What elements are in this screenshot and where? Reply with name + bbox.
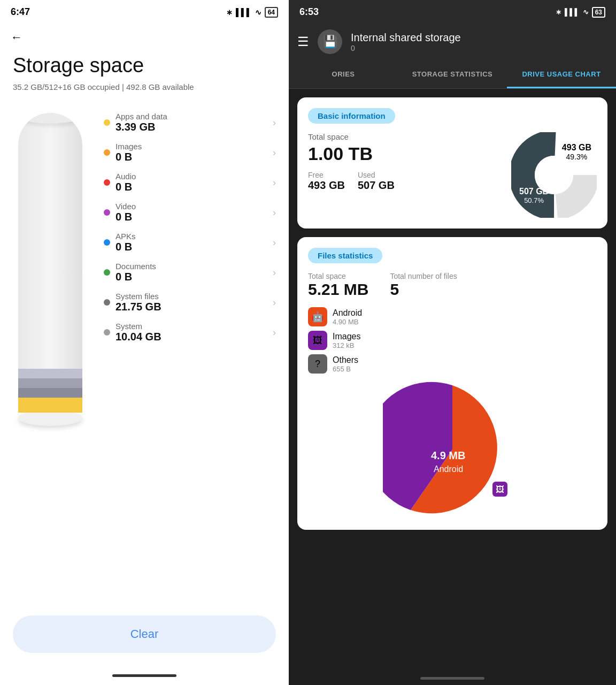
time-left: 6:47: [11, 6, 30, 18]
others-legend-text: Others 655 B: [333, 355, 358, 373]
header-title: Internal shared storage: [351, 32, 607, 44]
svg-text:🖼: 🖼: [496, 485, 504, 494]
back-button[interactable]: ←: [0, 22, 289, 49]
cylinder-top: [18, 113, 82, 124]
files-legend: 🤖 Android 4.90 MB 🖼 Images 312 kB: [308, 307, 597, 374]
item-content: Documents 0 B: [116, 262, 267, 283]
cylinder-body: [18, 113, 82, 413]
storage-dot: [104, 119, 110, 126]
cards-container: Basic information Total space 1.00 TB Fr…: [289, 89, 616, 672]
others-icon: ?: [308, 354, 327, 374]
free-item: Free 493 GB: [308, 171, 345, 192]
wifi-icon-right: ∿: [583, 8, 589, 16]
used-value: 507 GB: [358, 179, 395, 191]
item-label: Apps and data: [116, 112, 267, 121]
item-value: 10.04 GB: [116, 331, 267, 343]
item-content: System files 21.75 GB: [116, 292, 267, 313]
signal-icon: ▌▌▌: [236, 8, 252, 17]
header-title-section: Internal shared storage 0: [351, 32, 607, 52]
legend-others: ? Others 655 B: [308, 354, 597, 374]
files-count-label: Total number of files: [390, 272, 457, 280]
item-label: Video: [116, 202, 267, 211]
images-icon: 🖼: [308, 331, 327, 350]
fill-system: [18, 369, 82, 378]
item-content: Video 0 B: [116, 202, 267, 223]
storage-item[interactable]: Audio 0 B ›: [104, 168, 276, 197]
time-right: 6:53: [299, 6, 319, 18]
item-arrow-icon: ›: [273, 267, 276, 278]
used-label: Used: [358, 171, 395, 179]
item-content: System 10.04 GB: [116, 322, 267, 343]
item-label: System: [116, 322, 267, 331]
left-panel: 6:47 ∗ ▌▌▌ ∿ 64 ← Storage space 35.2 GB/…: [0, 0, 289, 685]
item-content: APKs 0 B: [116, 232, 267, 253]
storage-item[interactable]: Video 0 B ›: [104, 197, 276, 227]
status-bar-left: 6:47 ∗ ▌▌▌ ∿ 64: [0, 0, 289, 22]
item-value: 0 B: [116, 241, 267, 253]
bluetooth-icon: ∗: [226, 8, 233, 17]
page-title: Storage space: [0, 49, 289, 80]
basic-info-badge: Basic information: [308, 108, 395, 124]
storage-dot: [104, 149, 110, 156]
files-total-label: Total space: [308, 272, 368, 280]
storage-item[interactable]: System 10.04 GB ›: [104, 317, 276, 347]
item-value: 0 B: [116, 181, 267, 193]
total-space-label: Total space: [308, 132, 506, 141]
images-legend-text: Images 312 kB: [333, 332, 360, 349]
storage-items-list: Apps and data 3.39 GB › Images 0 B › Aud…: [104, 108, 276, 347]
tab-drive-usage-chart[interactable]: DRIVE USAGE CHART: [507, 62, 616, 88]
storage-dot: [104, 329, 110, 336]
files-count-value: 5: [390, 280, 399, 298]
storage-item[interactable]: APKs 0 B ›: [104, 227, 276, 257]
clear-button[interactable]: Clear: [13, 615, 276, 653]
android-icon: 🤖: [308, 307, 327, 326]
files-pie-container: 4.9 MB Android 🖼: [308, 380, 597, 519]
files-total-value: 5.21 MB: [308, 280, 368, 298]
battery-right: 63: [592, 7, 605, 18]
item-value: 0 B: [116, 151, 267, 163]
bluetooth-icon-right: ∗: [556, 8, 561, 16]
signal-icon-right: ▌▌▌: [565, 8, 580, 16]
item-arrow-icon: ›: [273, 147, 276, 158]
tab-storage-statistics[interactable]: STORAGE STATISTICS: [398, 62, 507, 88]
donut-chart: 493 GB 49.3% 507 GB 50.7%: [511, 132, 597, 218]
item-content: Apps and data 3.39 GB: [116, 112, 267, 133]
hamburger-icon[interactable]: ☰: [297, 34, 309, 49]
tab-categories[interactable]: ORIES: [289, 62, 398, 88]
files-total-space: Total space 5.21 MB: [308, 272, 368, 299]
storage-dot: [104, 239, 110, 246]
fill-apps: [18, 388, 82, 398]
fill-yellow: [18, 398, 82, 413]
files-stats-card: Files statistics Total space 5.21 MB Tot…: [297, 237, 607, 530]
top-header: ☰ 💾 Internal shared storage 0: [289, 22, 616, 62]
item-arrow-icon: ›: [273, 237, 276, 248]
cylinder-visual: [13, 113, 88, 426]
item-value: 0 B: [116, 211, 267, 223]
donut-used-label: 507 GB 50.7%: [519, 187, 549, 204]
legend-android: 🤖 Android 4.90 MB: [308, 307, 597, 326]
clear-btn-container: Clear: [0, 605, 289, 674]
storage-item[interactable]: Apps and data 3.39 GB ›: [104, 108, 276, 138]
storage-item[interactable]: Documents 0 B ›: [104, 257, 276, 287]
used-item: Used 507 GB: [358, 171, 395, 192]
legend-images: 🖼 Images 312 kB: [308, 331, 597, 350]
storage-numbers: Total space 1.00 TB Free 493 GB Used 507…: [308, 132, 506, 192]
storage-device-icon: 💾: [318, 29, 342, 54]
storage-dot: [104, 299, 110, 306]
item-content: Images 0 B: [116, 142, 267, 163]
donut-free-label: 493 GB 49.3%: [562, 143, 591, 161]
item-label: Images: [116, 142, 267, 151]
files-stats-header: Files statistics: [308, 248, 597, 263]
header-subtitle: 0: [351, 44, 607, 52]
storage-item[interactable]: Images 0 B ›: [104, 138, 276, 168]
item-value: 21.75 GB: [116, 301, 267, 313]
storage-dot: [104, 269, 110, 276]
storage-dot: [104, 209, 110, 216]
item-arrow-icon: ›: [273, 297, 276, 308]
item-label: Audio: [116, 172, 267, 181]
storage-item[interactable]: System files 21.75 GB ›: [104, 287, 276, 317]
status-icons-right: ∗ ▌▌▌ ∿ 63: [556, 7, 605, 18]
item-content: Audio 0 B: [116, 172, 267, 193]
item-label: Documents: [116, 262, 267, 271]
battery-left: 64: [265, 7, 278, 18]
